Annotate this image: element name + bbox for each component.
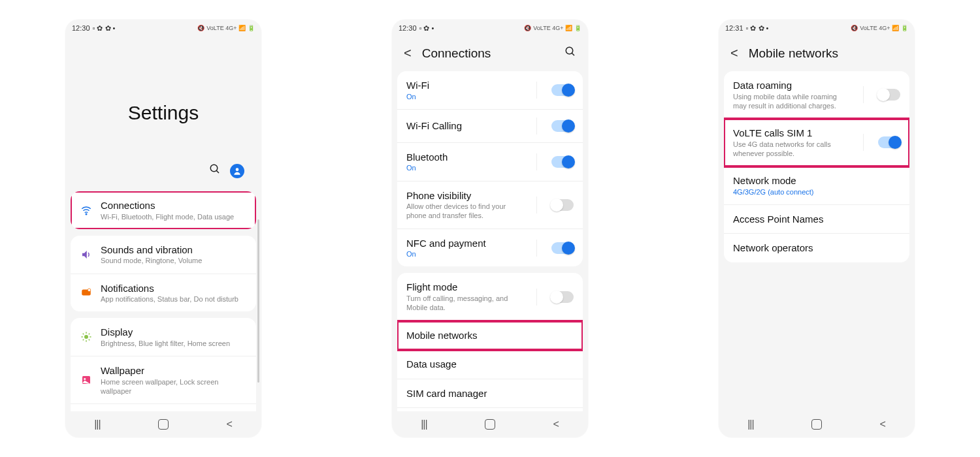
phone-connections: 12:30 ▫ ✿ • 🔇 VoLTE 4G+ 📶 🔋 < Connection… — [392, 20, 588, 437]
nav-back-icon[interactable]: < — [553, 418, 559, 430]
status-time: 12:30 — [72, 24, 90, 32]
row-subtitle: On — [406, 163, 522, 172]
status-bar: 12:31 ▫ ✿ ✿ • 🔇 VoLTE 4G+ 📶 🔋 — [719, 20, 915, 37]
row-subtitle: Brightness, Blue light filter, Home scre… — [101, 339, 247, 348]
nav-home-icon[interactable] — [811, 419, 822, 430]
row-subtitle: On — [406, 249, 522, 259]
row-subtitle: Use 4G data networks for calls whenever … — [733, 140, 849, 159]
row-bluetooth[interactable]: Bluetooth On — [397, 143, 583, 181]
status-time: 12:31 — [725, 24, 743, 32]
row-subtitle: 4G/3G/2G (auto connect) — [733, 187, 900, 197]
row-title: Notifications — [101, 282, 247, 295]
row-mobile-networks[interactable]: Mobile networks — [397, 321, 583, 351]
row-title: Flight mode — [406, 281, 522, 294]
row-subtitle: On — [406, 92, 522, 101]
svg-point-17 — [566, 47, 573, 54]
svg-line-13 — [83, 339, 84, 341]
row-nfc-and-payment[interactable]: NFC and payment On — [397, 229, 583, 267]
row-title: Bluetooth — [406, 151, 522, 164]
row-title: VoLTE calls SIM 1 — [733, 127, 849, 140]
settings-item-themes[interactable]: Themes Downloadable themes, wallpapers, … — [71, 404, 256, 411]
row-title: Wallpaper — [101, 364, 247, 377]
nav-recent-icon[interactable]: ||| — [94, 418, 100, 430]
nav-bar: ||| < — [719, 411, 915, 437]
svg-point-16 — [84, 378, 86, 380]
phone-settings: 12:30 ▫ ✿ ✿ • 🔇 VoLTE 4G+ 📶 🔋 Settings C… — [65, 20, 261, 437]
nav-recent-icon[interactable]: ||| — [747, 418, 753, 430]
svg-point-0 — [210, 165, 218, 172]
row-subtitle: Using mobile data while roaming may resu… — [733, 92, 849, 111]
row-network-mode[interactable]: Network mode 4G/3G/2G (auto connect) — [724, 166, 909, 205]
nav-back-icon[interactable]: < — [226, 418, 232, 430]
display-icon — [80, 330, 93, 343]
row-title: Connections — [101, 199, 247, 212]
row-phone-visibility[interactable]: Phone visibility Allow other devices to … — [397, 181, 583, 229]
row-title: Wi-Fi — [406, 79, 522, 92]
row-sim-card-manager[interactable]: SIM card manager — [397, 379, 583, 409]
nav-back-icon[interactable]: < — [879, 418, 885, 430]
row-title: Sounds and vibration — [101, 244, 247, 257]
row-data-usage[interactable]: Data usage — [397, 350, 583, 379]
account-icon[interactable] — [230, 164, 244, 178]
svg-point-5 — [88, 289, 91, 292]
nav-home-icon[interactable] — [485, 419, 495, 430]
page-title: Settings — [71, 102, 256, 124]
settings-item-display[interactable]: Display Brightness, Blue light filter, H… — [71, 318, 256, 356]
back-icon[interactable]: < — [728, 46, 741, 61]
row-title: Display — [101, 326, 247, 339]
svg-line-14 — [89, 334, 90, 335]
row-mobile-hotspot-and-tethering[interactable]: Mobile Hotspot and Tethering — [397, 408, 583, 411]
status-icons-left: ▫ ✿ ✿ • — [746, 24, 769, 33]
search-icon[interactable] — [564, 46, 576, 61]
row-subtitle: App notifications, Status bar, Do not di… — [101, 294, 247, 304]
row-title: NFC and payment — [406, 237, 522, 250]
row-title: Network mode — [733, 174, 900, 187]
svg-line-11 — [83, 334, 84, 335]
nav-recent-icon[interactable]: ||| — [421, 418, 427, 430]
row-title: Data usage — [406, 358, 574, 371]
toggle-switch[interactable] — [551, 291, 574, 303]
row-network-operators[interactable]: Network operators — [724, 234, 909, 262]
row-subtitle: Wi-Fi, Bluetooth, Flight mode, Data usag… — [101, 212, 247, 221]
status-icons-right: 🔇 VoLTE 4G+ 📶 🔋 — [524, 25, 581, 31]
row-wi-fi[interactable]: Wi-Fi On — [397, 71, 583, 110]
row-data-roaming[interactable]: Data roaming Using mobile data while roa… — [724, 71, 909, 119]
svg-point-3 — [86, 213, 87, 215]
settings-item-wallpaper[interactable]: Wallpaper Home screen wallpaper, Lock sc… — [71, 356, 256, 404]
row-wi-fi-calling[interactable]: Wi-Fi Calling — [397, 110, 583, 143]
toggle-switch[interactable] — [551, 84, 574, 96]
page-title: Mobile networks — [749, 46, 903, 61]
status-bar: 12:30 ▫ ✿ ✿ • 🔇 VoLTE 4G+ 📶 🔋 — [65, 20, 261, 37]
toggle-switch[interactable] — [878, 89, 900, 101]
toggle-switch[interactable] — [551, 120, 574, 132]
row-flight-mode[interactable]: Flight mode Turn off calling, messaging,… — [397, 273, 583, 321]
phone-mobile-networks: 12:31 ▫ ✿ ✿ • 🔇 VoLTE 4G+ 📶 🔋 < Mobile n… — [719, 20, 915, 437]
row-title: Phone visibility — [406, 189, 522, 202]
nav-bar: ||| < — [65, 411, 261, 437]
svg-point-2 — [236, 168, 239, 171]
status-time: 12:30 — [399, 24, 417, 32]
notif-icon — [80, 286, 93, 299]
back-icon[interactable]: < — [401, 46, 414, 61]
wifi-icon — [80, 204, 93, 217]
toggle-switch[interactable] — [551, 199, 574, 211]
search-icon[interactable] — [209, 163, 221, 178]
nav-bar: ||| < — [392, 411, 588, 437]
toggle-switch[interactable] — [878, 136, 900, 148]
row-access-point-names[interactable]: Access Point Names — [724, 205, 909, 234]
toggle-switch[interactable] — [551, 242, 574, 254]
svg-line-18 — [572, 53, 574, 55]
settings-item-sounds-and-vibration[interactable]: Sounds and vibration Sound mode, Rington… — [71, 236, 256, 274]
row-title: Network operators — [733, 242, 900, 255]
nav-home-icon[interactable] — [158, 419, 169, 430]
row-title: SIM card manager — [406, 387, 574, 400]
settings-item-notifications[interactable]: Notifications App notifications, Status … — [71, 274, 256, 312]
toggle-switch[interactable] — [551, 156, 574, 168]
row-subtitle: Sound mode, Ringtone, Volume — [101, 256, 247, 265]
row-subtitle: Home screen wallpaper, Lock screen wallp… — [101, 377, 247, 396]
scrollbar[interactable] — [257, 219, 259, 383]
page-title: Connections — [422, 46, 557, 61]
settings-item-connections[interactable]: Connections Wi-Fi, Bluetooth, Flight mod… — [71, 191, 256, 229]
status-icons-right: 🔇 VoLTE 4G+ 📶 🔋 — [197, 25, 255, 31]
row-volte-calls-sim-1[interactable]: VoLTE calls SIM 1 Use 4G data networks f… — [724, 119, 909, 166]
